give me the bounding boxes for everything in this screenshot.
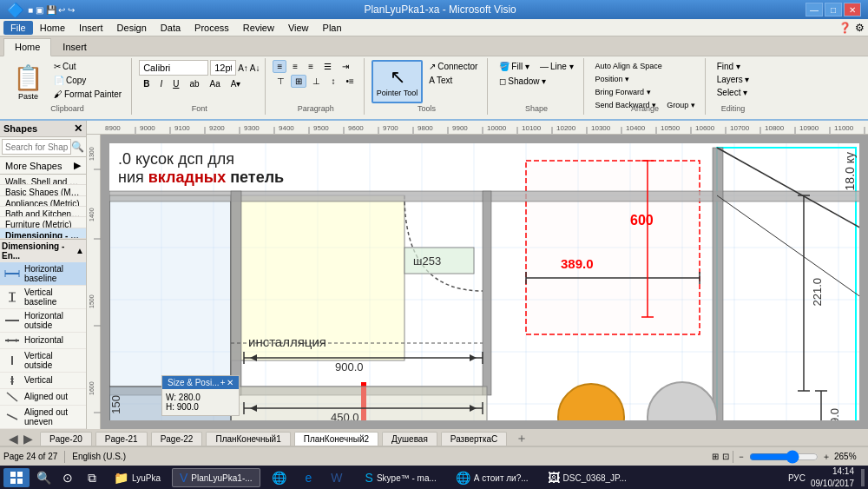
menu-data[interactable]: Data xyxy=(154,21,187,35)
tab-shower[interactable]: Душевая xyxy=(382,432,437,446)
align-center-button[interactable]: ≡ xyxy=(288,60,302,73)
float-panel-close[interactable]: ✕ xyxy=(227,378,233,387)
zoom-in-button[interactable]: ＋ xyxy=(822,451,831,463)
shapes-search-icon[interactable]: 🔍 xyxy=(71,141,84,153)
grow-font-button[interactable]: A↑ xyxy=(238,63,248,73)
pointer-tool-button[interactable]: ↖ Pointer Tool xyxy=(372,60,423,103)
zoom-slider[interactable] xyxy=(749,452,819,462)
italic-button[interactable]: I xyxy=(155,77,167,90)
connector-button[interactable]: ↗ Connector xyxy=(424,60,482,73)
valign-top-button[interactable]: ⊤ xyxy=(273,75,289,88)
select-button[interactable]: Select ▾ xyxy=(713,86,753,99)
font-name-input[interactable] xyxy=(139,60,208,76)
text-dir-button[interactable]: ↕ xyxy=(326,75,339,88)
start-button[interactable] xyxy=(3,468,30,487)
taskbar-app-photo[interactable]: 🖼 DSC_0368_JP... xyxy=(540,468,635,487)
paste-button[interactable]: 📋 Paste xyxy=(9,60,48,103)
shapes-category-basic[interactable]: Basic Shapes (Metr... xyxy=(0,185,86,195)
font-color-button[interactable]: A▾ xyxy=(227,77,246,90)
shapes-category-bath[interactable]: Bath and Kitchen P... xyxy=(0,207,86,217)
maximize-button[interactable]: □ xyxy=(825,3,842,17)
taskbar-lang[interactable]: РУС xyxy=(788,473,806,483)
menu-plan[interactable]: Plan xyxy=(316,21,349,35)
group-button[interactable]: Group ▾ xyxy=(662,99,700,111)
shape-tool-vertical-baseline[interactable]: Vertical baseline xyxy=(0,286,86,309)
task-view-icon[interactable]: ⧉ xyxy=(82,468,102,487)
tab-scroll-right[interactable]: ▶ xyxy=(22,432,35,446)
layers-button[interactable]: Layers ▾ xyxy=(713,73,754,86)
bold-button[interactable]: B xyxy=(139,77,154,90)
tab-razverts[interactable]: РазверткаС xyxy=(441,432,507,446)
taskbar-app-lyupka[interactable]: 📁 LyuPka xyxy=(106,468,168,487)
shapes-category-walls[interactable]: Walls, Shell and Str... xyxy=(0,175,86,185)
zoom-out-button[interactable]: － xyxy=(737,451,746,463)
subscript-button[interactable]: Aa xyxy=(206,77,225,90)
help-icon[interactable]: ❓ xyxy=(838,22,852,34)
section-expand-icon[interactable]: ▲ xyxy=(76,246,84,255)
tab-add-button[interactable]: ＋ xyxy=(510,430,533,446)
shape-tool-horizontal-baseline[interactable]: Horizontal baseline xyxy=(0,262,86,286)
float-panel-add[interactable]: + xyxy=(220,378,226,387)
underline-button[interactable]: U xyxy=(168,77,183,90)
shapes-more-button[interactable]: More Shapes ▶ xyxy=(0,157,86,175)
taskbar-clock[interactable]: 14:14 09/10/2017 xyxy=(811,466,854,489)
shape-tool-horizontal-outside[interactable]: Horizontal outside xyxy=(0,309,86,333)
tab-insert[interactable]: Insert xyxy=(51,38,98,56)
size-position-panel[interactable]: Size & Posi... + ✕ W: 280.0H: 900.0 xyxy=(161,375,240,416)
shape-tool-aligned-out-uneven[interactable]: Aligned out uneven xyxy=(0,406,86,429)
tab-plan1[interactable]: ПланКонечный1 xyxy=(206,432,290,446)
copy-button[interactable]: 📄 Copy xyxy=(49,74,126,87)
align-right-button[interactable]: ≡ xyxy=(304,60,318,73)
taskbar-app-visio[interactable]: V PlanLyuPka1-... xyxy=(172,468,260,487)
view-normal-icon[interactable]: ⊞ xyxy=(712,452,719,461)
cut-button[interactable]: ✂ Cut xyxy=(49,60,126,73)
shapes-search-input[interactable] xyxy=(2,139,71,155)
taskbar-app-word[interactable]: W xyxy=(323,468,353,487)
valign-mid-button[interactable]: ⊞ xyxy=(291,75,306,88)
shapes-category-dim1[interactable]: Dimensioning - En... xyxy=(0,228,86,239)
shrink-font-button[interactable]: A↓ xyxy=(250,63,260,73)
line-button[interactable]: — Line ▾ xyxy=(536,60,578,73)
menu-file[interactable]: File xyxy=(3,21,33,35)
tab-page22[interactable]: Page-22 xyxy=(151,432,203,446)
font-size-input[interactable] xyxy=(210,60,236,76)
menu-design[interactable]: Design xyxy=(110,21,154,35)
bullet-button[interactable]: •≡ xyxy=(341,75,358,88)
settings-icon[interactable]: ⚙ xyxy=(855,22,865,34)
show-desktop-button[interactable] xyxy=(861,469,865,486)
shape-tool-vertical-outside[interactable]: Vertical outside xyxy=(0,349,86,373)
shapes-close-icon[interactable]: ✕ xyxy=(74,122,82,135)
tab-scroll-left[interactable]: ◀ xyxy=(7,432,20,446)
tab-plan2[interactable]: ПланКонечный2 xyxy=(294,432,378,446)
tab-home[interactable]: Home xyxy=(3,38,51,56)
minimize-button[interactable]: — xyxy=(806,3,823,17)
valign-bot-button[interactable]: ⊥ xyxy=(308,75,325,88)
shape-tool-aligned-out[interactable]: Aligned out xyxy=(0,389,86,406)
text-button[interactable]: A Text xyxy=(424,74,482,87)
view-full-icon[interactable]: ⊡ xyxy=(722,452,729,461)
shapes-category-furniture[interactable]: Furniture (Metric) xyxy=(0,217,86,228)
shadow-button[interactable]: ◻ Shadow ▾ xyxy=(495,75,550,88)
menu-process[interactable]: Process xyxy=(187,21,236,35)
taskbar-app-browser2[interactable]: 🌐 А стоит ли?... xyxy=(448,468,536,487)
cortana-icon[interactable]: ⊙ xyxy=(57,468,78,487)
find-button[interactable]: Find ▾ xyxy=(713,60,745,73)
tab-page21[interactable]: Page-21 xyxy=(95,432,148,446)
list-button[interactable]: ☰ xyxy=(319,60,336,73)
menu-insert[interactable]: Insert xyxy=(72,21,110,35)
bring-forward-button[interactable]: Bring Forward ▾ xyxy=(591,86,655,98)
menu-review[interactable]: Review xyxy=(236,21,281,35)
taskbar-app-edge[interactable]: e xyxy=(298,468,320,487)
drawing-surface[interactable]: .0 кусок дсп для ния вкладных петель инс… xyxy=(109,143,859,420)
close-button[interactable]: ✕ xyxy=(844,3,861,17)
taskbar-app-chrome[interactable]: 🌐 xyxy=(264,468,294,487)
fill-button[interactable]: 🪣 Fill ▾ xyxy=(495,60,534,73)
indent-button[interactable]: ⇥ xyxy=(338,60,353,73)
shape-tool-vertical[interactable]: Vertical xyxy=(0,373,86,389)
shape-tool-horizontal[interactable]: Horizontal xyxy=(0,333,86,349)
position-button[interactable]: Position ▾ xyxy=(591,73,635,85)
strikethrough-button[interactable]: ab xyxy=(185,77,203,90)
auto-align-button[interactable]: Auto Align & Space xyxy=(591,60,667,72)
format-painter-button[interactable]: 🖌 Format Painter xyxy=(49,88,126,101)
menu-home[interactable]: Home xyxy=(33,21,72,35)
